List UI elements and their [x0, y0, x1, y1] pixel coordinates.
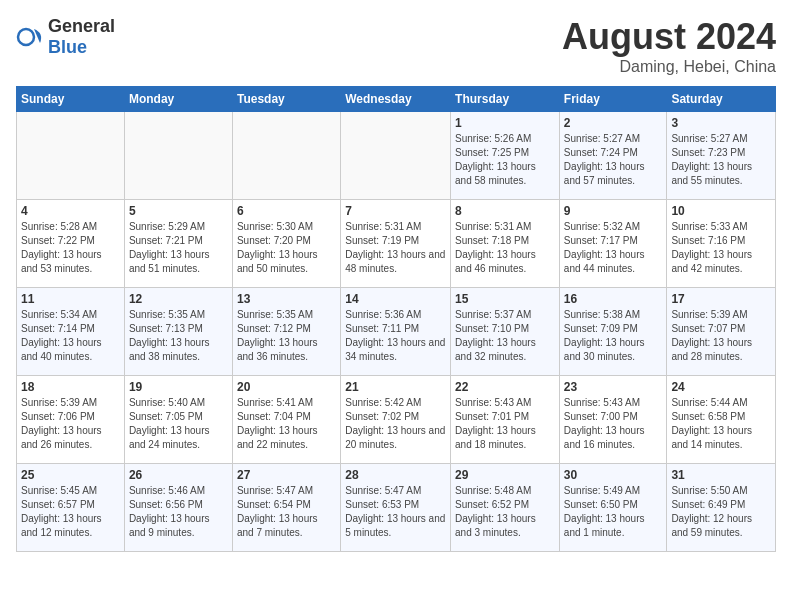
calendar-cell: 26Sunrise: 5:46 AM Sunset: 6:56 PM Dayli… [124, 464, 232, 552]
logo: General Blue [16, 16, 115, 58]
day-number: 15 [455, 292, 555, 306]
calendar-cell: 12Sunrise: 5:35 AM Sunset: 7:13 PM Dayli… [124, 288, 232, 376]
day-number: 11 [21, 292, 120, 306]
day-info: Sunrise: 5:27 AM Sunset: 7:23 PM Dayligh… [671, 132, 771, 188]
calendar-cell: 30Sunrise: 5:49 AM Sunset: 6:50 PM Dayli… [559, 464, 667, 552]
day-number: 19 [129, 380, 228, 394]
day-number: 6 [237, 204, 336, 218]
calendar-cell: 27Sunrise: 5:47 AM Sunset: 6:54 PM Dayli… [232, 464, 340, 552]
col-sunday: Sunday [17, 87, 125, 112]
calendar-cell: 3Sunrise: 5:27 AM Sunset: 7:23 PM Daylig… [667, 112, 776, 200]
calendar-cell: 23Sunrise: 5:43 AM Sunset: 7:00 PM Dayli… [559, 376, 667, 464]
day-number: 27 [237, 468, 336, 482]
title-area: August 2024 Daming, Hebei, China [562, 16, 776, 76]
calendar-cell: 22Sunrise: 5:43 AM Sunset: 7:01 PM Dayli… [451, 376, 560, 464]
calendar-cell: 19Sunrise: 5:40 AM Sunset: 7:05 PM Dayli… [124, 376, 232, 464]
day-info: Sunrise: 5:33 AM Sunset: 7:16 PM Dayligh… [671, 220, 771, 276]
calendar-cell: 9Sunrise: 5:32 AM Sunset: 7:17 PM Daylig… [559, 200, 667, 288]
day-number: 29 [455, 468, 555, 482]
day-number: 25 [21, 468, 120, 482]
calendar-cell: 7Sunrise: 5:31 AM Sunset: 7:19 PM Daylig… [341, 200, 451, 288]
header: General Blue August 2024 Daming, Hebei, … [16, 16, 776, 76]
calendar-week-2: 4Sunrise: 5:28 AM Sunset: 7:22 PM Daylig… [17, 200, 776, 288]
col-monday: Monday [124, 87, 232, 112]
day-number: 9 [564, 204, 663, 218]
day-info: Sunrise: 5:41 AM Sunset: 7:04 PM Dayligh… [237, 396, 336, 452]
col-wednesday: Wednesday [341, 87, 451, 112]
calendar-week-4: 18Sunrise: 5:39 AM Sunset: 7:06 PM Dayli… [17, 376, 776, 464]
day-number: 26 [129, 468, 228, 482]
day-info: Sunrise: 5:40 AM Sunset: 7:05 PM Dayligh… [129, 396, 228, 452]
day-number: 22 [455, 380, 555, 394]
calendar-cell: 4Sunrise: 5:28 AM Sunset: 7:22 PM Daylig… [17, 200, 125, 288]
calendar-cell: 17Sunrise: 5:39 AM Sunset: 7:07 PM Dayli… [667, 288, 776, 376]
day-number: 21 [345, 380, 446, 394]
calendar-cell: 2Sunrise: 5:27 AM Sunset: 7:24 PM Daylig… [559, 112, 667, 200]
day-info: Sunrise: 5:28 AM Sunset: 7:22 PM Dayligh… [21, 220, 120, 276]
day-number: 18 [21, 380, 120, 394]
day-info: Sunrise: 5:34 AM Sunset: 7:14 PM Dayligh… [21, 308, 120, 364]
day-info: Sunrise: 5:31 AM Sunset: 7:18 PM Dayligh… [455, 220, 555, 276]
calendar-week-3: 11Sunrise: 5:34 AM Sunset: 7:14 PM Dayli… [17, 288, 776, 376]
calendar-cell [124, 112, 232, 200]
svg-point-0 [18, 29, 34, 45]
day-info: Sunrise: 5:47 AM Sunset: 6:53 PM Dayligh… [345, 484, 446, 540]
calendar-cell: 31Sunrise: 5:50 AM Sunset: 6:49 PM Dayli… [667, 464, 776, 552]
day-number: 31 [671, 468, 771, 482]
day-number: 5 [129, 204, 228, 218]
day-info: Sunrise: 5:48 AM Sunset: 6:52 PM Dayligh… [455, 484, 555, 540]
day-number: 1 [455, 116, 555, 130]
day-number: 24 [671, 380, 771, 394]
logo-general: General [48, 16, 115, 36]
calendar-cell: 1Sunrise: 5:26 AM Sunset: 7:25 PM Daylig… [451, 112, 560, 200]
day-info: Sunrise: 5:38 AM Sunset: 7:09 PM Dayligh… [564, 308, 663, 364]
calendar-cell: 21Sunrise: 5:42 AM Sunset: 7:02 PM Dayli… [341, 376, 451, 464]
day-info: Sunrise: 5:26 AM Sunset: 7:25 PM Dayligh… [455, 132, 555, 188]
calendar-cell: 29Sunrise: 5:48 AM Sunset: 6:52 PM Dayli… [451, 464, 560, 552]
calendar-cell [17, 112, 125, 200]
calendar-cell: 5Sunrise: 5:29 AM Sunset: 7:21 PM Daylig… [124, 200, 232, 288]
day-number: 10 [671, 204, 771, 218]
day-info: Sunrise: 5:39 AM Sunset: 7:07 PM Dayligh… [671, 308, 771, 364]
day-info: Sunrise: 5:31 AM Sunset: 7:19 PM Dayligh… [345, 220, 446, 276]
calendar-cell: 18Sunrise: 5:39 AM Sunset: 7:06 PM Dayli… [17, 376, 125, 464]
calendar-cell: 11Sunrise: 5:34 AM Sunset: 7:14 PM Dayli… [17, 288, 125, 376]
day-info: Sunrise: 5:36 AM Sunset: 7:11 PM Dayligh… [345, 308, 446, 364]
day-info: Sunrise: 5:50 AM Sunset: 6:49 PM Dayligh… [671, 484, 771, 540]
day-info: Sunrise: 5:37 AM Sunset: 7:10 PM Dayligh… [455, 308, 555, 364]
calendar-cell: 8Sunrise: 5:31 AM Sunset: 7:18 PM Daylig… [451, 200, 560, 288]
col-tuesday: Tuesday [232, 87, 340, 112]
col-saturday: Saturday [667, 87, 776, 112]
calendar-table: Sunday Monday Tuesday Wednesday Thursday… [16, 86, 776, 552]
calendar-cell: 14Sunrise: 5:36 AM Sunset: 7:11 PM Dayli… [341, 288, 451, 376]
calendar-cell: 15Sunrise: 5:37 AM Sunset: 7:10 PM Dayli… [451, 288, 560, 376]
day-info: Sunrise: 5:44 AM Sunset: 6:58 PM Dayligh… [671, 396, 771, 452]
calendar-week-1: 1Sunrise: 5:26 AM Sunset: 7:25 PM Daylig… [17, 112, 776, 200]
day-info: Sunrise: 5:42 AM Sunset: 7:02 PM Dayligh… [345, 396, 446, 452]
day-number: 7 [345, 204, 446, 218]
calendar-cell: 10Sunrise: 5:33 AM Sunset: 7:16 PM Dayli… [667, 200, 776, 288]
day-number: 4 [21, 204, 120, 218]
day-number: 20 [237, 380, 336, 394]
calendar-cell: 20Sunrise: 5:41 AM Sunset: 7:04 PM Dayli… [232, 376, 340, 464]
day-number: 3 [671, 116, 771, 130]
day-number: 13 [237, 292, 336, 306]
logo-blue: Blue [48, 37, 87, 57]
day-number: 8 [455, 204, 555, 218]
day-info: Sunrise: 5:39 AM Sunset: 7:06 PM Dayligh… [21, 396, 120, 452]
day-info: Sunrise: 5:30 AM Sunset: 7:20 PM Dayligh… [237, 220, 336, 276]
day-info: Sunrise: 5:29 AM Sunset: 7:21 PM Dayligh… [129, 220, 228, 276]
calendar-cell: 28Sunrise: 5:47 AM Sunset: 6:53 PM Dayli… [341, 464, 451, 552]
day-info: Sunrise: 5:35 AM Sunset: 7:13 PM Dayligh… [129, 308, 228, 364]
day-info: Sunrise: 5:43 AM Sunset: 7:01 PM Dayligh… [455, 396, 555, 452]
day-info: Sunrise: 5:35 AM Sunset: 7:12 PM Dayligh… [237, 308, 336, 364]
day-number: 2 [564, 116, 663, 130]
day-info: Sunrise: 5:43 AM Sunset: 7:00 PM Dayligh… [564, 396, 663, 452]
col-thursday: Thursday [451, 87, 560, 112]
location-title: Daming, Hebei, China [562, 58, 776, 76]
day-info: Sunrise: 5:27 AM Sunset: 7:24 PM Dayligh… [564, 132, 663, 188]
day-number: 28 [345, 468, 446, 482]
day-info: Sunrise: 5:49 AM Sunset: 6:50 PM Dayligh… [564, 484, 663, 540]
calendar-cell: 24Sunrise: 5:44 AM Sunset: 6:58 PM Dayli… [667, 376, 776, 464]
calendar-cell: 6Sunrise: 5:30 AM Sunset: 7:20 PM Daylig… [232, 200, 340, 288]
